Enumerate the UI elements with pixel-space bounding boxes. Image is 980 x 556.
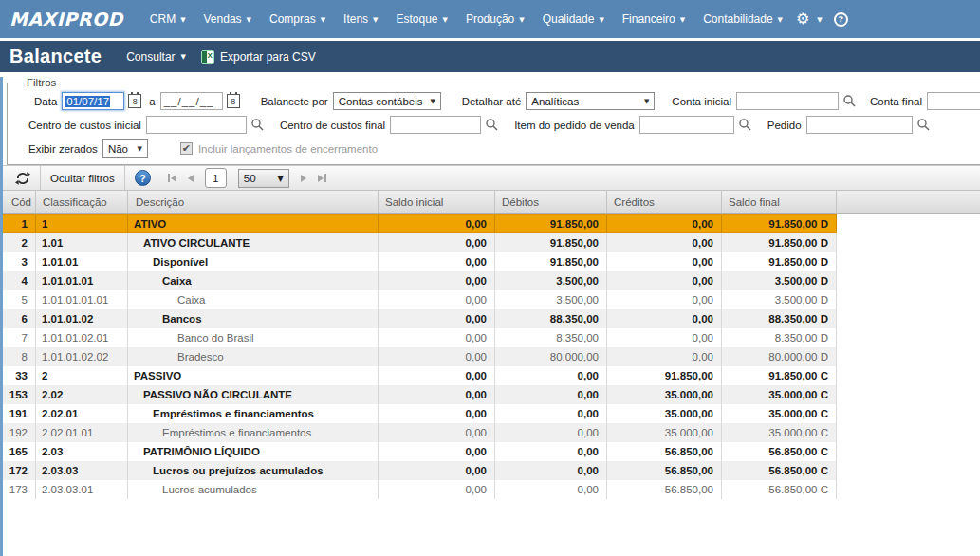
page-number-input[interactable]: 1	[205, 168, 227, 188]
conta-final-input[interactable]	[927, 92, 980, 110]
search-icon[interactable]	[485, 118, 499, 132]
cell-debitos: 0,00	[495, 423, 607, 442]
cell-debitos: 0,00	[495, 442, 607, 461]
search-icon[interactable]	[250, 118, 265, 132]
centro-custos-final-label: Centro de custos final	[280, 120, 385, 131]
help-icon[interactable]: ?	[834, 12, 848, 27]
exibir-zerados-select[interactable]: Não ▼	[102, 139, 148, 158]
cell-descricao: Empréstimos e financiamentos	[128, 404, 379, 423]
cell-descricao: Disponível	[128, 252, 379, 271]
column-header-saldo-inicial[interactable]: Saldo inicial	[379, 191, 495, 213]
search-icon[interactable]	[738, 118, 752, 132]
nav-item-estoque[interactable]: Estoque▼	[396, 12, 447, 26]
nav-item-label: Vendas	[204, 12, 242, 26]
ocultar-filtros-button[interactable]: Ocultar filtros	[41, 166, 124, 190]
table-row[interactable]: 1732.03.03.01Lucros acumulados0,000,0056…	[0, 480, 837, 499]
table-header-row: Cód Classificação Descrição Saldo inicia…	[0, 191, 980, 214]
cell-cod: 153	[0, 385, 36, 404]
data-label: Data	[34, 96, 57, 107]
nav-item-qualidade[interactable]: Qualidade▼	[543, 12, 604, 26]
column-header-classificacao[interactable]: Classificação	[36, 191, 128, 213]
pedido-input[interactable]	[806, 116, 913, 134]
cell-saldo-final: 56.850,00 C	[722, 461, 837, 480]
nav-item-financeiro[interactable]: Financeiro▼	[622, 12, 685, 26]
chevron-down-icon[interactable]: ▼	[817, 17, 822, 24]
data-end-input[interactable]: __/__/__	[160, 92, 223, 110]
cell-classificacao: 1.01.01.02.02	[36, 347, 128, 366]
table-row[interactable]: 1912.02.01Empréstimos e financiamentos0,…	[0, 404, 837, 423]
table-row[interactable]: 31.01.01Disponível0,0091.850,000,0091.85…	[0, 252, 837, 271]
incluir-encerramento-checkbox[interactable]: ✔	[180, 142, 193, 155]
table-row[interactable]: 51.01.01.01.01Caixa0,003.500,000,003.500…	[0, 290, 837, 309]
table-row[interactable]: 1722.03.03Lucros ou prejuízos acumulados…	[0, 461, 837, 480]
cell-saldo-inicial: 0,00	[379, 404, 495, 423]
nav-item-compras[interactable]: Compras▼	[269, 12, 325, 26]
table-row[interactable]: 1922.02.01.01Empréstimos e financiamento…	[0, 423, 837, 442]
nav-item-crm[interactable]: CRM▼	[150, 12, 186, 26]
table-row[interactable]: 61.01.01.02Bancos0,0088.350,000,0088.350…	[0, 309, 837, 328]
cell-saldo-final: 56.850,00 C	[722, 480, 837, 499]
filters-panel: Filtros Data 01/07/17 8 a __/__/__ 8 Bal…	[7, 77, 980, 165]
cell-descricao: PATRIMÔNIO LÍQUIDO	[128, 442, 379, 461]
cell-saldo-inicial: 0,00	[379, 309, 495, 328]
conta-inicial-input[interactable]	[736, 92, 839, 110]
search-icon[interactable]	[916, 118, 931, 132]
balancete-por-select[interactable]: Contas contábeis ▼	[333, 92, 441, 110]
column-header-cod[interactable]: Cód	[0, 191, 36, 213]
pagination: 1 50 ▼	[168, 168, 326, 188]
cell-cod: 165	[0, 442, 36, 461]
help-icon[interactable]: ?	[135, 170, 151, 186]
refresh-button[interactable]	[6, 166, 40, 190]
last-page-button[interactable]	[318, 174, 326, 182]
table-row[interactable]: 332PASSIVO0,000,0091.850,0091.850,00 C	[0, 366, 837, 385]
column-header-descricao[interactable]: Descrição	[128, 191, 379, 213]
cell-descricao: PASSIVO NÃO CIRCULANTE	[128, 385, 379, 404]
cell-debitos: 91.850,00	[495, 215, 607, 232]
table-row[interactable]: 11ATIVO0,0091.850,000,0091.850,00 D	[0, 214, 837, 233]
data-start-input[interactable]: 01/07/17	[62, 92, 124, 110]
nav-item-itens[interactable]: Itens▼	[343, 12, 378, 26]
search-icon[interactable]	[842, 94, 857, 108]
export-csv-button[interactable]: Exportar para CSV	[201, 50, 316, 64]
table-row[interactable]: 81.01.01.02.02Bradesco0,0080.000,000,008…	[0, 347, 837, 366]
calendar-icon[interactable]: 8	[128, 94, 141, 108]
cell-classificacao: 1.01.01.02.01	[36, 328, 128, 347]
detalhar-ate-select[interactable]: Analíticas ▼	[526, 92, 655, 110]
nav-item-producao[interactable]: Produção▼	[466, 12, 525, 26]
table-row[interactable]: 41.01.01.01Caixa0,003.500,000,003.500,00…	[0, 271, 837, 290]
page-size-select[interactable]: 50 ▼	[238, 169, 289, 188]
export-csv-label: Exportar para CSV	[220, 50, 316, 64]
data-start-value: 01/07/17	[65, 96, 110, 107]
calendar-icon[interactable]: 8	[227, 94, 240, 108]
chevron-down-icon: ▼	[278, 176, 284, 183]
next-page-button[interactable]	[301, 175, 306, 182]
item-pedido-venda-input[interactable]	[639, 116, 734, 134]
column-header-creditos[interactable]: Créditos	[607, 191, 722, 213]
cell-saldo-inicial: 0,00	[379, 252, 495, 271]
column-header-debitos[interactable]: Débitos	[495, 191, 607, 213]
cell-descricao: Bancos	[128, 309, 379, 328]
consultar-menu-button[interactable]: Consultar ▼	[126, 50, 186, 64]
cell-debitos: 0,00	[495, 480, 607, 499]
cell-classificacao: 1.01.01	[36, 252, 128, 271]
first-page-button[interactable]	[168, 174, 176, 182]
item-pedido-venda-label: Item do pedido de venda	[514, 120, 635, 131]
nav-item-label: Qualidade	[543, 12, 595, 26]
nav-item-label: Financeiro	[622, 12, 675, 26]
column-header-saldo-final[interactable]: Saldo final	[722, 191, 837, 213]
detalhar-ate-label: Detalhar até	[462, 96, 522, 107]
cell-saldo-inicial: 0,00	[379, 215, 495, 232]
nav-item-vendas[interactable]: Vendas▼	[204, 12, 251, 26]
centro-custos-inicial-input[interactable]	[146, 116, 247, 134]
centro-custos-final-input[interactable]	[390, 116, 481, 134]
cell-saldo-inicial: 0,00	[379, 442, 495, 461]
cell-debitos: 91.850,00	[495, 252, 607, 271]
nav-item-contabilidade[interactable]: Contabilidade▼	[703, 12, 783, 26]
table-row[interactable]: 1532.02PASSIVO NÃO CIRCULANTE0,000,0035.…	[0, 385, 837, 404]
table-row[interactable]: 71.01.01.02.01Banco do Brasil0,008.350,0…	[0, 328, 837, 347]
previous-page-button[interactable]	[188, 175, 194, 182]
cell-saldo-inicial: 0,00	[379, 328, 495, 347]
table-row[interactable]: 21.01ATIVO CIRCULANTE0,0091.850,000,0091…	[0, 233, 837, 252]
gear-icon[interactable]: ⚙	[796, 11, 809, 27]
table-row[interactable]: 1652.03PATRIMÔNIO LÍQUIDO0,000,0056.850,…	[0, 442, 837, 461]
